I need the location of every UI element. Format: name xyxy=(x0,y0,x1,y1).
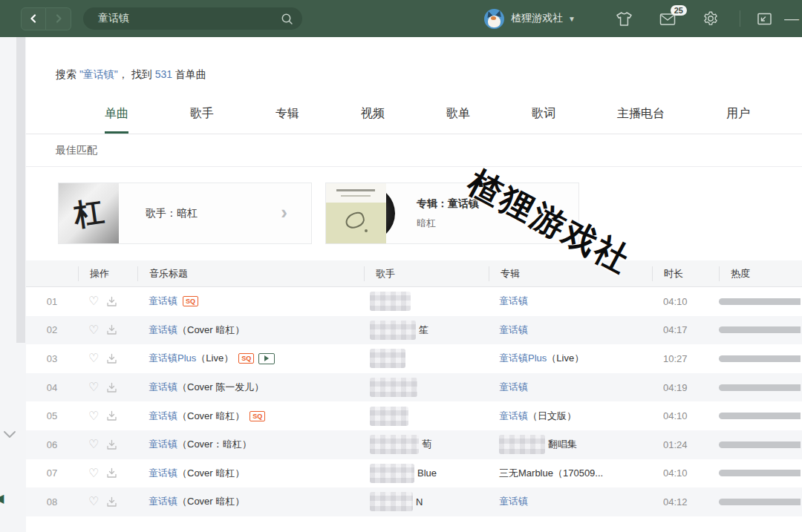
popularity-bar xyxy=(719,499,801,505)
duration: 04:12 xyxy=(652,496,719,508)
tab-6[interactable]: 主播电台 xyxy=(617,106,665,134)
mini-mode-button[interactable] xyxy=(757,12,772,26)
caret-down-icon[interactable]: ▼ xyxy=(568,15,576,23)
duration: 04:17 xyxy=(652,324,719,335)
song-title-suffix: （Cover 暗杠） xyxy=(177,410,244,423)
tab-4[interactable]: 歌单 xyxy=(446,106,470,134)
song-title-link[interactable]: 童话镇 xyxy=(149,295,177,308)
forward-button[interactable] xyxy=(46,7,71,30)
album-link[interactable]: 童话镇 xyxy=(499,381,528,394)
album-cover-image xyxy=(326,183,386,243)
search-input[interactable]: 童话镇 xyxy=(98,12,281,25)
album-link[interactable]: 童话镇 xyxy=(499,295,528,308)
table-body: 01♡童话镇SQ童话镇04:1002♡童话镇（Cover 暗杠）笙童话镇04:1… xyxy=(26,287,802,516)
table-row[interactable]: 06♡童话镇（Cover：暗杠）萄翻唱集01:24 xyxy=(26,430,802,459)
table-row[interactable]: 04♡童话镇（Cover 陈一发儿）童话镇04:19 xyxy=(26,373,802,402)
chevron-right-icon xyxy=(54,14,63,23)
theme-skin-button[interactable] xyxy=(616,11,633,27)
duration: 01:24 xyxy=(652,439,719,450)
messages-button[interactable]: 25 xyxy=(659,12,677,26)
censored-artist-blur xyxy=(370,292,411,311)
collapse-button[interactable] xyxy=(3,429,16,442)
tab-7[interactable]: 用户 xyxy=(726,106,750,134)
artist-cell: Blue xyxy=(364,464,489,483)
download-icon[interactable] xyxy=(106,467,117,479)
like-icon[interactable]: ♡ xyxy=(88,439,99,450)
table-row[interactable]: 05♡童话镇（Cover 暗杠）SQ童话镇（日文版）04:10 xyxy=(26,401,802,430)
popularity-cell xyxy=(719,384,802,391)
download-icon[interactable] xyxy=(106,496,117,508)
song-title-link[interactable]: 童话镇 xyxy=(149,467,177,480)
duration: 04:10 xyxy=(652,410,719,421)
like-icon[interactable]: ♡ xyxy=(88,410,99,422)
best-match-label: 最佳匹配 xyxy=(26,134,802,167)
search-box[interactable]: 童话镇 xyxy=(83,7,302,30)
artist-visible-fragment: N xyxy=(416,496,423,508)
mv-badge[interactable] xyxy=(258,353,275,364)
row-number: 01 xyxy=(26,296,78,307)
album-link[interactable]: 童话镇 xyxy=(499,410,528,423)
like-icon[interactable]: ♡ xyxy=(88,467,99,479)
album-link[interactable]: 童话镇 xyxy=(499,495,528,508)
censored-album-blur xyxy=(499,435,545,454)
like-icon[interactable]: ♡ xyxy=(88,295,99,307)
like-icon[interactable]: ♡ xyxy=(88,352,99,364)
row-actions: ♡ xyxy=(78,467,137,479)
censored-artist-blur xyxy=(370,407,408,426)
column-header-5: 时长 xyxy=(652,266,719,281)
table-row[interactable]: 02♡童话镇（Cover 暗杠）笙童话镇04:17 xyxy=(26,316,802,345)
table-row[interactable]: 03♡童话镇Plus（Live）SQ童话镇Plus（Live）10:27 xyxy=(26,344,802,373)
scrollbar-thumb[interactable] xyxy=(16,37,25,343)
download-icon[interactable] xyxy=(106,382,117,393)
tab-2[interactable]: 专辑 xyxy=(276,106,299,134)
tab-0[interactable]: 单曲 xyxy=(105,106,128,134)
minimize-button[interactable]: — xyxy=(784,10,802,27)
song-title-cell: 童话镇（Cover 暗杠） xyxy=(137,467,364,480)
popularity-bar xyxy=(719,355,801,362)
album-suffix: （Live） xyxy=(547,352,584,365)
music-app-window: 童话镇 楂狸游戏社 ▼ 25 — xyxy=(0,0,802,532)
user-avatar[interactable] xyxy=(484,9,504,29)
table-row[interactable]: 01♡童话镇SQ童话镇04:10 xyxy=(26,287,802,316)
popularity-bar xyxy=(719,470,801,476)
album-link[interactable]: 童话镇Plus xyxy=(499,352,547,365)
song-title-link[interactable]: 童话镇 xyxy=(149,324,177,337)
table-row[interactable]: 08♡童话镇 （Cover 暗杠）N童话镇04:12 xyxy=(26,487,802,516)
settings-button[interactable] xyxy=(702,10,719,27)
main-content: 搜索 "童话镇"， 找到 531 首单曲 单曲歌手专辑视频歌单歌词主播电台用户 … xyxy=(26,37,802,532)
album-link[interactable]: 童话镇 xyxy=(499,324,528,337)
username[interactable]: 楂狸游戏社 xyxy=(511,12,563,25)
song-title-link[interactable]: 童话镇 xyxy=(149,495,177,508)
song-title-link[interactable]: 童话镇 xyxy=(149,410,177,423)
search-icon[interactable] xyxy=(281,13,293,25)
song-title-link[interactable]: 童话镇 xyxy=(149,438,177,451)
download-icon[interactable] xyxy=(106,353,117,364)
popularity-cell xyxy=(719,470,802,476)
like-icon[interactable]: ♡ xyxy=(88,496,99,508)
download-icon[interactable] xyxy=(106,296,117,307)
download-icon[interactable] xyxy=(106,324,117,335)
best-match-artist-card[interactable]: 杠 歌手：暗杠 › xyxy=(58,183,312,244)
topbar-divider xyxy=(740,10,740,27)
like-icon[interactable]: ♡ xyxy=(88,324,99,336)
popularity-cell xyxy=(719,298,802,305)
table-row[interactable]: 07♡童话镇（Cover 暗杠）Blue三无Marblue（170509...0… xyxy=(26,459,802,488)
row-actions: ♡ xyxy=(78,439,137,450)
tab-1[interactable]: 歌手 xyxy=(190,106,214,134)
artist-image: 杠 xyxy=(59,183,119,243)
play-marker-icon[interactable]: ◀ xyxy=(0,491,4,505)
back-button[interactable] xyxy=(21,7,46,30)
download-icon[interactable] xyxy=(106,410,117,421)
album-card-artist: 暗杠 xyxy=(417,217,479,230)
chevron-left-icon xyxy=(29,14,38,23)
like-icon[interactable]: ♡ xyxy=(88,381,99,393)
artist-image-glyph: 杠 xyxy=(71,191,106,235)
song-title-link[interactable]: 童话镇 xyxy=(149,381,177,394)
song-title-link[interactable]: 童话镇Plus xyxy=(149,352,196,365)
tab-5[interactable]: 歌词 xyxy=(532,106,555,134)
censored-artist-blur xyxy=(370,492,413,511)
tab-3[interactable]: 视频 xyxy=(361,106,385,134)
best-match-album-card[interactable]: 专辑：童话镇 暗杠 xyxy=(325,183,579,244)
download-icon[interactable] xyxy=(106,439,117,450)
mini-player-icon xyxy=(757,12,772,26)
